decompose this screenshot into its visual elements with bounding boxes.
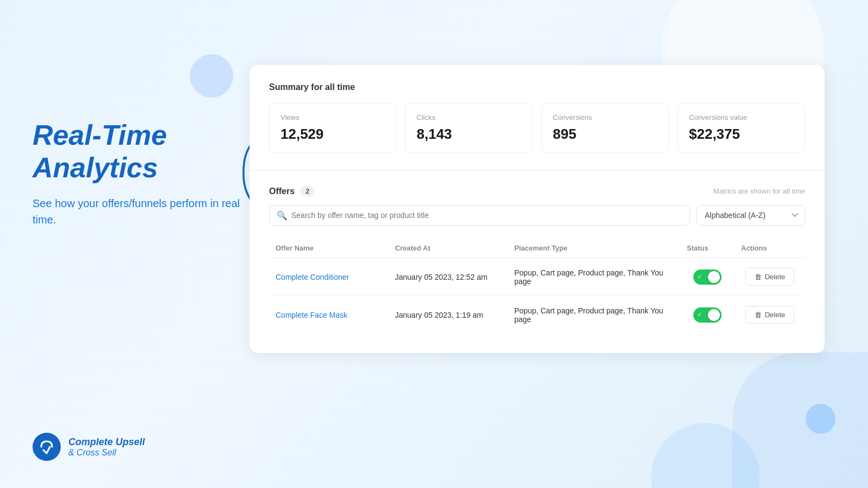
delete-button-1[interactable]: 🗑 Delete [745, 268, 795, 286]
offer-link-2[interactable]: Complete Face Mask [276, 311, 347, 319]
offer-name-2: Complete Face Mask [269, 296, 388, 334]
trash-icon-1: 🗑 [755, 273, 762, 281]
offer-status-2: ✓ [680, 296, 735, 334]
stat-conversions: Conversions 895 [541, 103, 669, 153]
stat-cv-value: $22,375 [689, 126, 794, 143]
left-panel: Real-Time Analytics See how your offers/… [33, 119, 250, 228]
offers-table: Offer Name Created At Placement Type Sta… [269, 239, 805, 333]
logo-icon [33, 433, 61, 461]
hero-subtitle: See how your offers/funnels perform in r… [33, 195, 250, 228]
toggle-check-icon-2: ✓ [697, 311, 702, 318]
col-header-status: Status [680, 239, 735, 258]
toggle-knob-2 [708, 309, 720, 321]
stat-conversions-value: 895 [553, 126, 658, 143]
stat-clicks-label: Clicks [417, 113, 521, 121]
logo-area: Complete Upsell & Cross Sell [33, 433, 145, 461]
logo-text: Complete Upsell & Cross Sell [68, 436, 145, 458]
offer-placement-1: Popup, Cart page, Product page, Thank Yo… [508, 258, 680, 296]
stat-views-value: 12,529 [280, 126, 385, 143]
logo-name: Complete Upsell [68, 436, 145, 448]
summary-title: Summary for all time [269, 82, 805, 92]
toggle-knob-1 [708, 271, 720, 283]
stat-conversions-label: Conversions [553, 113, 658, 121]
offer-created-1: January 05 2023, 12:52 am [388, 258, 508, 296]
svg-point-1 [33, 433, 61, 461]
offers-title-group: Offers 2 [269, 186, 315, 196]
offers-table-header: Offer Name Created At Placement Type Sta… [269, 239, 805, 258]
stat-conversions-value: Conversions value $22,375 [678, 103, 805, 153]
trash-icon-2: 🗑 [755, 311, 762, 319]
delete-button-2[interactable]: 🗑 Delete [745, 306, 795, 324]
metrics-note: Matrics are shown for all time [713, 187, 805, 195]
toggle-check-icon-1: ✓ [697, 273, 702, 280]
col-header-name: Offer Name [269, 239, 388, 258]
offer-link-1[interactable]: Complete Conditioner [276, 273, 349, 281]
delete-label-2: Delete [765, 311, 786, 319]
offers-table-body: Complete Conditioner January 05 2023, 12… [269, 258, 805, 334]
status-toggle-1[interactable]: ✓ [693, 269, 722, 285]
offers-title: Offers [269, 187, 295, 196]
section-divider [250, 170, 825, 171]
offer-actions-1: 🗑 Delete [735, 258, 805, 296]
offer-placement-2: Popup, Cart page, Product page, Thank Yo… [508, 296, 680, 334]
bg-shape-5 [732, 352, 868, 488]
search-input[interactable] [269, 205, 690, 226]
stat-clicks-value: 8,143 [417, 126, 521, 143]
col-header-created: Created At [388, 239, 508, 258]
sort-select[interactable]: Alphabetical (A-Z) Alphabetical (Z-A) Ne… [697, 205, 805, 226]
stat-views: Views 12,529 [269, 103, 397, 153]
summary-section: Summary for all time Views 12,529 Clicks… [269, 82, 805, 153]
offers-count-badge: 2 [300, 186, 315, 196]
search-icon: 🔍 [277, 210, 288, 221]
main-card: Summary for all time Views 12,529 Clicks… [250, 65, 825, 353]
offer-created-2: January 05 2023, 1:19 am [388, 296, 508, 334]
delete-label-1: Delete [765, 273, 786, 281]
stats-grid: Views 12,529 Clicks 8,143 Conversions 89… [269, 103, 805, 153]
col-header-placement: Placement Type [508, 239, 680, 258]
stat-cv-label: Conversions value [689, 113, 794, 121]
offer-actions-2: 🗑 Delete [735, 296, 805, 334]
offers-section: Offers 2 Matrics are shown for all time … [269, 186, 805, 333]
offers-header: Offers 2 Matrics are shown for all time [269, 186, 805, 196]
search-wrapper: 🔍 [269, 205, 690, 226]
offer-name-1: Complete Conditioner [269, 258, 388, 296]
table-row: Complete Conditioner January 05 2023, 12… [269, 258, 805, 296]
table-row: Complete Face Mask January 05 2023, 1:19… [269, 296, 805, 334]
stat-clicks: Clicks 8,143 [405, 103, 533, 153]
stat-views-label: Views [280, 113, 385, 121]
search-sort-row: 🔍 Alphabetical (A-Z) Alphabetical (Z-A) … [269, 205, 805, 226]
hero-title: Real-Time Analytics [33, 119, 250, 184]
bg-shape-3 [190, 54, 233, 98]
offer-status-1: ✓ [680, 258, 735, 296]
col-header-actions: Actions [735, 239, 805, 258]
logo-tagline: & Cross Sell [68, 448, 145, 458]
status-toggle-2[interactable]: ✓ [693, 307, 722, 323]
